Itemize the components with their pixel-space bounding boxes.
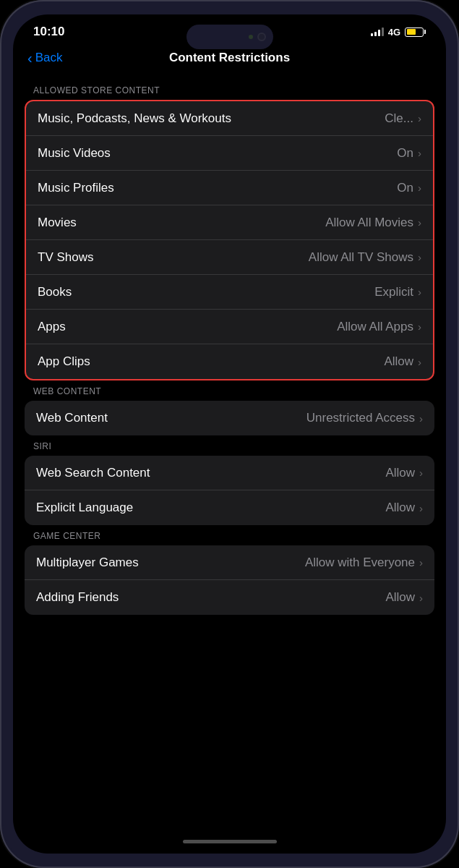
row-chevron-icon-apps: › xyxy=(418,320,421,333)
row-value-area-music_podcasts: Cle...› xyxy=(385,111,421,126)
section-header-game_center: GAME CENTER xyxy=(25,531,434,545)
phone-screen: 10:10 4G xyxy=(13,14,446,854)
row-value-movies: Allow All Movies xyxy=(325,216,413,230)
row-value-area-movies: Allow All Movies› xyxy=(325,216,421,230)
settings-group-web_content: Web ContentUnrestricted Access› xyxy=(25,401,434,435)
row-chevron-icon-movies: › xyxy=(418,216,421,229)
row-value-tv_shows: Allow All TV Shows xyxy=(309,250,413,265)
row-chevron-icon-adding_friends: › xyxy=(419,592,423,604)
row-value-area-apps: Allow All Apps› xyxy=(337,320,421,334)
settings-row-tv_shows[interactable]: TV ShowsAllow All TV Shows› xyxy=(26,240,433,275)
status-icons: 4G xyxy=(371,27,426,38)
row-value-explicit_language: Allow xyxy=(385,501,415,515)
back-chevron-icon: ‹ xyxy=(27,50,33,67)
back-label: Back xyxy=(35,51,63,65)
row-label-web_search_content: Web Search Content xyxy=(36,466,150,480)
settings-row-web_search_content[interactable]: Web Search ContentAllow› xyxy=(25,456,434,490)
row-value-music_videos: On xyxy=(397,146,413,161)
settings-row-web_content_row[interactable]: Web ContentUnrestricted Access› xyxy=(25,401,434,435)
row-value-music_podcasts: Cle... xyxy=(385,111,413,126)
row-label-movies: Movies xyxy=(38,216,77,230)
row-value-area-books: Explicit› xyxy=(374,285,421,299)
row-value-books: Explicit xyxy=(374,285,413,299)
row-chevron-icon-music_profiles: › xyxy=(418,182,421,194)
row-label-music_profiles: Music Profiles xyxy=(38,181,114,195)
row-label-app_clips: App Clips xyxy=(38,354,90,369)
row-value-music_profiles: On xyxy=(397,181,413,195)
settings-group-allowed_store_content: Music, Podcasts, News & WorkoutsCle...›M… xyxy=(25,100,434,380)
settings-row-apps[interactable]: AppsAllow All Apps› xyxy=(26,310,433,344)
settings-row-books[interactable]: BooksExplicit› xyxy=(26,275,433,310)
row-chevron-icon-app_clips: › xyxy=(418,356,421,368)
settings-row-music_profiles[interactable]: Music ProfilesOn› xyxy=(26,171,433,205)
settings-row-app_clips[interactable]: App ClipsAllow› xyxy=(26,344,433,379)
settings-row-adding_friends[interactable]: Adding FriendsAllow› xyxy=(25,580,434,615)
row-chevron-icon-tv_shows: › xyxy=(418,251,421,263)
page-title: Content Restrictions xyxy=(169,51,290,65)
camera-indicator xyxy=(249,35,253,39)
scroll-area[interactable]: ALLOWED STORE CONTENTMusic, Podcasts, Ne… xyxy=(13,74,446,829)
status-time: 10:10 xyxy=(33,25,64,39)
row-chevron-icon-music_videos: › xyxy=(418,147,421,159)
row-value-adding_friends: Allow xyxy=(385,590,415,605)
row-value-area-app_clips: Allow› xyxy=(384,354,421,369)
row-value-app_clips: Allow xyxy=(384,354,413,369)
settings-row-music_podcasts[interactable]: Music, Podcasts, News & WorkoutsCle...› xyxy=(26,101,433,136)
back-button[interactable]: ‹ Back xyxy=(27,50,62,67)
settings-row-music_videos[interactable]: Music VideosOn› xyxy=(26,136,433,171)
row-label-music_podcasts: Music, Podcasts, News & Workouts xyxy=(38,111,231,126)
row-chevron-icon-web_search_content: › xyxy=(419,467,423,479)
camera-lens xyxy=(257,33,266,41)
row-value-area-multiplayer_games: Allow with Everyone› xyxy=(305,556,423,570)
row-chevron-icon-music_podcasts: › xyxy=(418,112,421,124)
settings-row-explicit_language[interactable]: Explicit LanguageAllow› xyxy=(25,490,434,525)
settings-row-movies[interactable]: MoviesAllow All Movies› xyxy=(26,205,433,240)
row-label-apps: Apps xyxy=(38,320,66,334)
row-label-music_videos: Music Videos xyxy=(38,146,111,161)
settings-row-multiplayer_games[interactable]: Multiplayer GamesAllow with Everyone› xyxy=(25,545,434,580)
row-chevron-icon-books: › xyxy=(418,286,421,298)
settings-group-game_center: Multiplayer GamesAllow with Everyone›Add… xyxy=(25,545,434,615)
home-bar xyxy=(183,840,277,843)
row-value-apps: Allow All Apps xyxy=(337,320,413,334)
row-value-area-adding_friends: Allow› xyxy=(385,590,423,605)
network-label: 4G xyxy=(388,27,400,38)
row-chevron-icon-web_content_row: › xyxy=(419,412,423,425)
row-label-tv_shows: TV Shows xyxy=(38,250,93,265)
row-label-adding_friends: Adding Friends xyxy=(36,590,119,605)
nav-bar: ‹ Back Content Restrictions xyxy=(13,45,446,74)
row-chevron-icon-multiplayer_games: › xyxy=(419,556,423,569)
row-label-multiplayer_games: Multiplayer Games xyxy=(36,556,139,570)
section-header-siri: SIRI xyxy=(25,441,434,456)
phone-frame: 10:10 4G xyxy=(0,0,459,868)
home-indicator xyxy=(13,829,446,854)
row-value-area-web_search_content: Allow› xyxy=(385,466,423,480)
section-header-allowed_store_content: ALLOWED STORE CONTENT xyxy=(25,85,434,100)
row-value-area-music_videos: On› xyxy=(397,146,421,161)
row-chevron-icon-explicit_language: › xyxy=(419,502,423,514)
row-label-web_content_row: Web Content xyxy=(36,411,108,425)
row-label-books: Books xyxy=(38,285,72,299)
row-value-multiplayer_games: Allow with Everyone xyxy=(305,556,415,570)
battery-icon xyxy=(405,27,426,37)
row-value-area-explicit_language: Allow› xyxy=(385,501,423,515)
row-value-area-tv_shows: Allow All TV Shows› xyxy=(309,250,421,265)
row-value-web_content_row: Unrestricted Access xyxy=(306,411,415,425)
settings-group-siri: Web Search ContentAllow›Explicit Languag… xyxy=(25,456,434,525)
row-value-web_search_content: Allow xyxy=(385,466,415,480)
row-value-area-web_content_row: Unrestricted Access› xyxy=(306,411,423,425)
row-label-explicit_language: Explicit Language xyxy=(36,501,133,515)
signal-icon xyxy=(371,27,384,36)
screen-content: 10:10 4G xyxy=(13,14,446,854)
section-header-web_content: WEB CONTENT xyxy=(25,386,434,401)
row-value-area-music_profiles: On› xyxy=(397,181,421,195)
